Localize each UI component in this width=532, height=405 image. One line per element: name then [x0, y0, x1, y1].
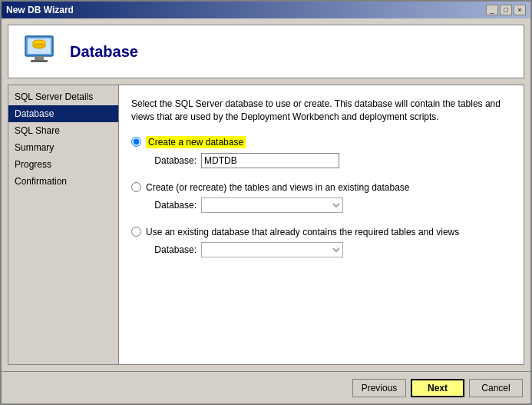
option3-db-row: Database:	[147, 242, 511, 257]
main-body: SQL Server Details Database SQL Share Su…	[8, 85, 524, 365]
wizard-window: New DB Wizard _ □ ×	[0, 0, 532, 405]
option2-db-row: Database:	[147, 198, 511, 213]
option1-radio[interactable]	[131, 137, 141, 147]
option2-label[interactable]: Create (or recreate) the tables and view…	[146, 182, 410, 193]
option2-db-select[interactable]	[201, 198, 343, 213]
option-group-3: Use an existing database that already co…	[131, 227, 511, 261]
option3-row: Use an existing database that already co…	[131, 227, 511, 237]
svg-rect-2	[35, 56, 44, 60]
option1-row: Create a new database	[131, 136, 511, 148]
option3-radio[interactable]	[131, 227, 141, 237]
option2-row: Create (or recreate) the tables and view…	[131, 182, 511, 193]
option-group-1: Create a new database Database:	[131, 136, 511, 171]
close-button[interactable]: ×	[514, 5, 526, 15]
option3-label[interactable]: Use an existing database that already co…	[146, 227, 459, 237]
option2-radio[interactable]	[131, 182, 141, 192]
option3-db-select[interactable]	[201, 242, 343, 257]
sidebar-item-progress[interactable]: Progress	[8, 156, 118, 173]
title-bar-controls: _ □ ×	[486, 5, 526, 15]
option1-db-label: Database:	[147, 155, 197, 166]
sidebar-item-sql-share[interactable]: SQL Share	[8, 122, 118, 139]
option1-db-input[interactable]	[201, 153, 339, 168]
sidebar-item-sql-server-details[interactable]: SQL Server Details	[8, 88, 118, 105]
next-button[interactable]: Next	[411, 379, 464, 397]
header-title: Database	[70, 43, 138, 61]
option2-db-label: Database:	[147, 200, 197, 211]
previous-button[interactable]: Previous	[352, 379, 406, 397]
cancel-button[interactable]: Cancel	[469, 379, 523, 397]
minimize-button[interactable]: _	[486, 5, 498, 15]
footer: Previous Next Cancel	[2, 371, 530, 403]
database-icon	[21, 33, 58, 70]
svg-rect-3	[31, 60, 48, 62]
description-text: Select the SQL Server database to use or…	[131, 98, 511, 124]
right-panel: Select the SQL Server database to use or…	[119, 85, 524, 365]
svg-point-8	[33, 44, 45, 48]
title-bar: New DB Wizard _ □ ×	[2, 2, 530, 18]
sidebar-item-database[interactable]: Database	[8, 105, 118, 122]
option1-label[interactable]: Create a new database	[146, 136, 246, 148]
sidebar-item-confirmation[interactable]: Confirmation	[8, 173, 118, 190]
header-section: Database	[8, 25, 524, 78]
sidebar: SQL Server Details Database SQL Share Su…	[8, 85, 119, 365]
window-title: New DB Wizard	[6, 5, 74, 15]
sidebar-item-summary[interactable]: Summary	[8, 139, 118, 156]
content-area: Database SQL Server Details Database SQL…	[2, 18, 530, 371]
option-group-2: Create (or recreate) the tables and view…	[131, 182, 511, 216]
option3-db-label: Database:	[147, 244, 197, 255]
option1-db-row: Database:	[147, 153, 511, 168]
maximize-button[interactable]: □	[500, 5, 512, 15]
